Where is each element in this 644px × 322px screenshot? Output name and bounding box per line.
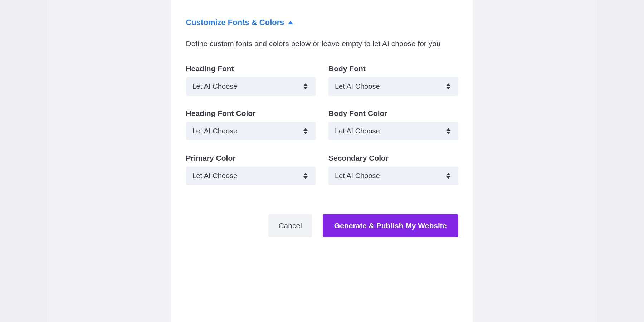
field-heading-font-color: Heading Font Color Let AI Choose	[186, 109, 316, 140]
body-font-color-value: Let AI Choose	[335, 127, 380, 135]
generate-publish-button[interactable]: Generate & Publish My Website	[323, 214, 458, 237]
field-heading-font: Heading Font Let AI Choose	[186, 64, 316, 96]
primary-color-select[interactable]: Let AI Choose	[186, 167, 316, 185]
heading-font-label: Heading Font	[186, 64, 316, 73]
body-font-label: Body Font	[328, 64, 458, 73]
field-secondary-color: Secondary Color Let AI Choose	[328, 154, 458, 185]
body-font-select[interactable]: Let AI Choose	[328, 77, 458, 96]
secondary-color-label: Secondary Color	[328, 154, 458, 162]
sort-icon	[303, 83, 308, 89]
primary-color-label: Primary Color	[186, 154, 316, 162]
fields-grid: Heading Font Let AI Choose Body Font Let…	[186, 64, 458, 185]
heading-font-color-label: Heading Font Color	[186, 109, 316, 118]
sort-icon	[446, 128, 450, 134]
primary-color-value: Let AI Choose	[192, 172, 238, 180]
heading-font-select[interactable]: Let AI Choose	[186, 77, 316, 96]
section-title: Customize Fonts & Colors	[186, 18, 284, 27]
body-font-value: Let AI Choose	[335, 82, 380, 91]
cancel-button[interactable]: Cancel	[268, 214, 312, 237]
sort-icon	[303, 128, 308, 134]
secondary-color-value: Let AI Choose	[335, 172, 380, 180]
caret-up-icon	[288, 21, 293, 24]
section-description: Define custom fonts and colors below or …	[186, 38, 451, 49]
footer-actions: Cancel Generate & Publish My Website	[186, 214, 458, 237]
heading-font-color-value: Let AI Choose	[192, 127, 238, 135]
body-font-color-label: Body Font Color	[328, 109, 458, 118]
secondary-color-select[interactable]: Let AI Choose	[328, 167, 458, 185]
collapse-toggle[interactable]: Customize Fonts & Colors	[186, 18, 458, 27]
field-primary-color: Primary Color Let AI Choose	[186, 154, 316, 185]
field-body-font-color: Body Font Color Let AI Choose	[328, 109, 458, 140]
customize-card: Customize Fonts & Colors Define custom f…	[171, 0, 473, 322]
heading-font-value: Let AI Choose	[192, 82, 238, 91]
sort-icon	[446, 83, 450, 89]
sort-icon	[303, 173, 308, 179]
page-frame: Customize Fonts & Colors Define custom f…	[47, 0, 597, 322]
sort-icon	[446, 173, 450, 179]
body-font-color-select[interactable]: Let AI Choose	[328, 122, 458, 140]
heading-font-color-select[interactable]: Let AI Choose	[186, 122, 316, 140]
field-body-font: Body Font Let AI Choose	[328, 64, 458, 96]
